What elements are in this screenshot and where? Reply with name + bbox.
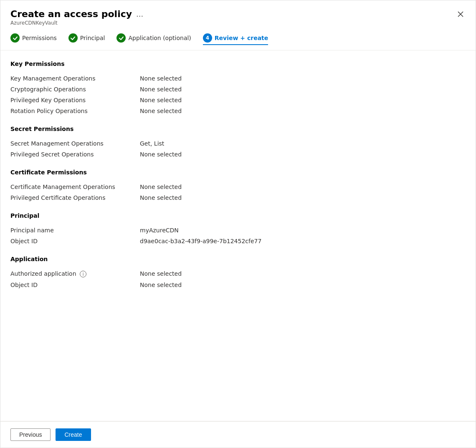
row-value: None selected — [140, 86, 182, 93]
table-row: Privileged Secret Operations None select… — [10, 149, 466, 160]
panel-title: Create an access policy — [10, 9, 132, 19]
panel-subtitle: AzureCDNKeyVault — [10, 20, 466, 26]
row-value: None selected — [140, 184, 182, 190]
step-label-principal: Principal — [80, 35, 105, 41]
row-label: Rotation Policy Operations — [10, 108, 140, 114]
key-permissions-title: Key Permissions — [10, 60, 466, 67]
step-principal[interactable]: Principal — [68, 33, 105, 45]
table-row: Key Management Operations None selected — [10, 73, 466, 84]
create-button[interactable]: Create — [56, 428, 91, 441]
row-label: Cryptographic Operations — [10, 86, 140, 93]
panel-header: Create an access policy ... AzureCDNKeyV… — [0, 0, 476, 26]
panel-ellipsis[interactable]: ... — [136, 10, 143, 18]
row-label: Privileged Key Operations — [10, 97, 140, 103]
step-application[interactable]: Application (optional) — [116, 33, 191, 45]
table-row: Authorized application i None selected — [10, 268, 466, 279]
content-area: Key Permissions Key Management Operation… — [0, 50, 476, 421]
step-check-icon-application — [116, 33, 126, 43]
row-value: None selected — [140, 97, 182, 103]
footer: Previous Create — [0, 421, 476, 448]
step-check-icon-permissions — [10, 33, 20, 43]
row-value: None selected — [140, 282, 182, 288]
row-label: Privileged Certificate Operations — [10, 194, 140, 201]
row-label: Object ID — [10, 238, 140, 244]
row-value: None selected — [140, 108, 182, 114]
table-row: Rotation Policy Operations None selected — [10, 106, 466, 116]
steps-row: Permissions Principal Application (optio… — [0, 26, 476, 50]
row-value: Get, List — [140, 140, 164, 147]
row-label: Key Management Operations — [10, 75, 140, 82]
step-label-permissions: Permissions — [22, 35, 57, 41]
secret-permissions-title: Secret Permissions — [10, 126, 466, 132]
table-row: Object ID None selected — [10, 279, 466, 290]
previous-button[interactable]: Previous — [10, 428, 51, 441]
row-label: Object ID — [10, 282, 140, 288]
info-icon[interactable]: i — [80, 271, 86, 277]
application-title: Application — [10, 256, 466, 262]
certificate-permissions-title: Certificate Permissions — [10, 169, 466, 176]
table-row: Privileged Certificate Operations None s… — [10, 192, 466, 203]
row-value: None selected — [140, 270, 182, 277]
step-label-application: Application (optional) — [128, 35, 191, 41]
table-row: Object ID d9ae0cac-b3a2-43f9-a99e-7b1245… — [10, 236, 466, 247]
row-value: myAzureCDN — [140, 227, 179, 234]
step-label-review: Review + create — [215, 35, 268, 41]
row-label: Secret Management Operations — [10, 140, 140, 147]
step-check-icon-principal — [68, 33, 78, 43]
row-label: Authorized application i — [10, 270, 140, 277]
row-label: Certificate Management Operations — [10, 184, 140, 190]
table-row: Secret Management Operations Get, List — [10, 138, 466, 149]
step-permissions[interactable]: Permissions — [10, 33, 57, 45]
principal-title: Principal — [10, 212, 466, 219]
panel-title-row: Create an access policy ... — [10, 9, 466, 19]
step-review[interactable]: 4 Review + create — [203, 33, 268, 45]
table-row: Certificate Management Operations None s… — [10, 181, 466, 192]
title-left: Create an access policy ... — [10, 9, 143, 19]
close-button[interactable] — [456, 9, 466, 19]
table-row: Cryptographic Operations None selected — [10, 84, 466, 95]
table-row: Privileged Key Operations None selected — [10, 95, 466, 106]
panel: Create an access policy ... AzureCDNKeyV… — [0, 0, 476, 448]
row-label: Principal name — [10, 227, 140, 234]
row-value: None selected — [140, 151, 182, 158]
table-row: Principal name myAzureCDN — [10, 225, 466, 236]
row-value: None selected — [140, 194, 182, 201]
row-value: d9ae0cac-b3a2-43f9-a99e-7b12452cfe77 — [140, 238, 261, 244]
row-label: Privileged Secret Operations — [10, 151, 140, 158]
step-number-icon-review: 4 — [203, 33, 212, 43]
row-value: None selected — [140, 75, 182, 82]
